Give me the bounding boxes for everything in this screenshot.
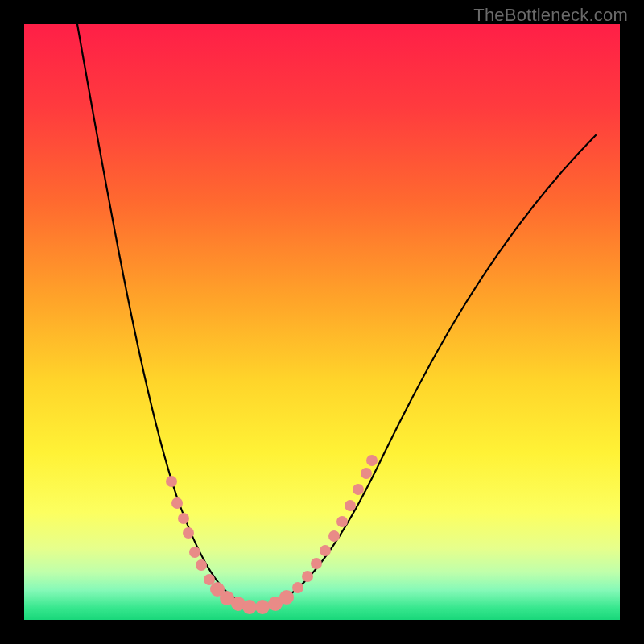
watermark-text: TheBottleneck.com	[473, 5, 628, 26]
highlight-dot	[345, 500, 356, 511]
highlight-dot	[242, 600, 257, 614]
highlighted-range-dots	[166, 455, 378, 614]
highlight-dot	[183, 527, 194, 539]
highlight-dot	[279, 590, 294, 605]
highlight-dot	[311, 558, 322, 569]
plot-area	[24, 24, 620, 620]
highlight-dot	[255, 600, 270, 614]
highlight-dot	[189, 547, 200, 558]
highlight-dot	[196, 559, 207, 571]
highlight-dot	[328, 530, 340, 542]
bottleneck-curve-line	[77, 24, 596, 605]
highlight-dot	[178, 513, 189, 524]
highlight-dot	[336, 516, 348, 527]
highlight-dot	[302, 571, 313, 582]
highlight-dot	[353, 484, 364, 495]
highlight-dot	[366, 455, 378, 466]
highlight-dot	[171, 497, 183, 509]
highlight-dot	[166, 476, 177, 487]
highlight-dot	[320, 545, 331, 556]
bottleneck-curve-svg	[24, 24, 620, 620]
chart-frame: TheBottleneck.com	[0, 0, 644, 644]
highlight-dot	[292, 582, 303, 593]
highlight-dot	[361, 468, 372, 479]
